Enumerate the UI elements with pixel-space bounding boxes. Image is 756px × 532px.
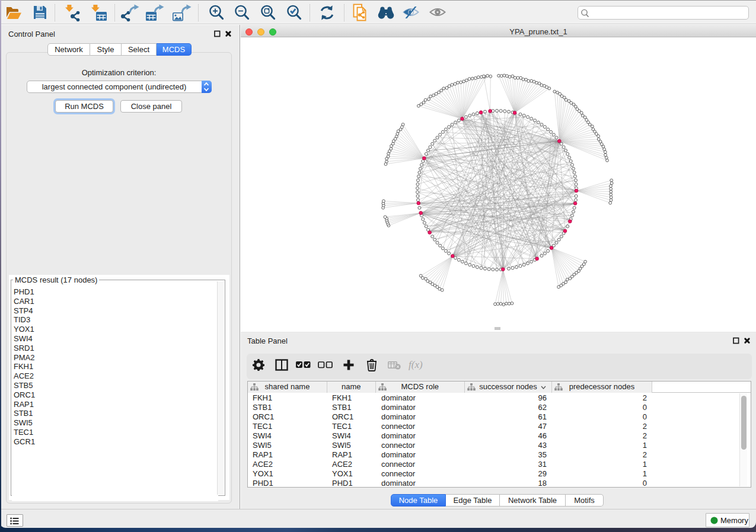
svg-text:f(x): f(x) (409, 359, 423, 370)
